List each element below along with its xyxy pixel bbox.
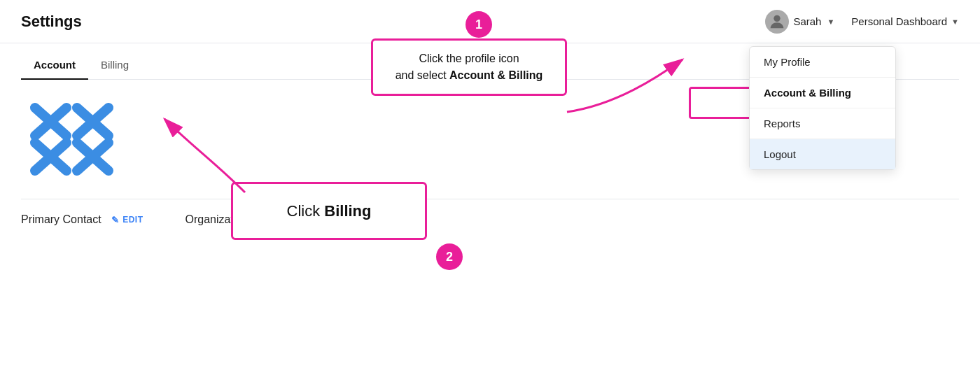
personal-dashboard-caret: ▼ [951,17,959,26]
company-logo [21,101,168,178]
organization-section: Organization ✎ EDIT [186,213,291,226]
personal-dashboard-label: Personal Dashboard [851,15,947,27]
primary-contact-edit-label: EDIT [122,215,143,225]
user-caret: ▼ [827,17,834,26]
bottom-section: Primary Contact ✎ EDIT Organization ✎ ED… [21,199,959,226]
organization-edit[interactable]: ✎ EDIT [258,215,290,225]
svg-point-0 [774,15,780,21]
edit-icon: ✎ [111,215,120,225]
user-menu[interactable]: Sarah ▼ [765,10,834,34]
organization-label: Organization [186,213,249,226]
page-title: Settings [21,13,82,31]
dropdown-item-account-billing[interactable]: Account & Billing [750,78,895,108]
personal-dashboard-menu[interactable]: Personal Dashboard ▼ [851,15,959,27]
dropdown-item-my-profile[interactable]: My Profile [750,47,895,78]
primary-contact-label: Primary Contact [21,213,102,226]
dropdown-item-reports[interactable]: Reports [750,108,895,139]
org-edit-icon: ✎ [258,215,267,225]
tab-account[interactable]: Account [21,50,88,79]
primary-contact-edit[interactable]: ✎ EDIT [111,215,144,225]
primary-contact-section: Primary Contact ✎ EDIT [21,213,144,226]
dropdown-menu: My Profile Account & Billing Reports Log… [749,46,896,170]
avatar [765,10,789,34]
tab-billing[interactable]: Billing [88,50,141,79]
user-name: Sarah [793,15,821,27]
organization-edit-label: EDIT [270,215,290,225]
dropdown-item-logout[interactable]: Logout [750,139,895,169]
header-right: Sarah ▼ Personal Dashboard ▼ My Profile … [765,10,959,34]
header: Settings Sarah ▼ Personal Dashboard ▼ [0,0,980,43]
